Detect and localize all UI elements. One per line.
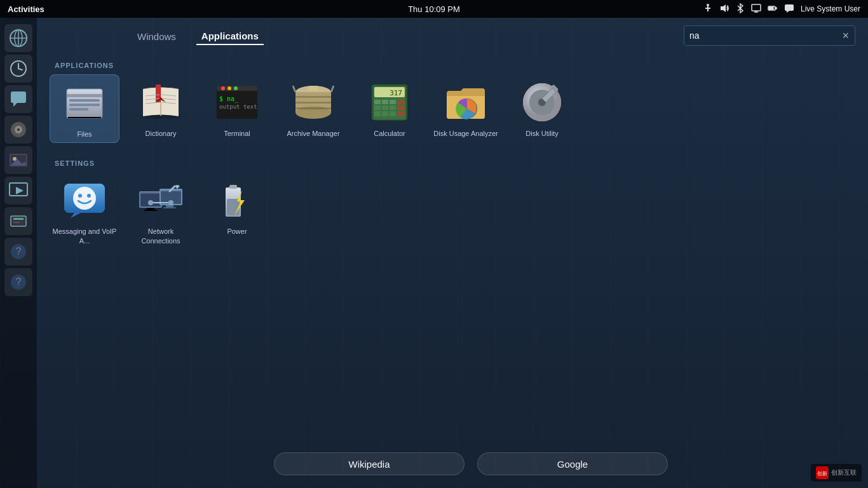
svg-point-94 — [78, 194, 82, 198]
svg-rect-81 — [374, 111, 381, 116]
main-area: ? ? ✕ Windows Applications APPLICATIONS — [0, 18, 868, 488]
svg-rect-30 — [11, 216, 26, 226]
dictionary-icon — [138, 79, 184, 125]
app-label-disk-utility: Disk Utility — [526, 129, 558, 138]
search-input[interactable] — [689, 30, 842, 41]
svg-rect-64 — [295, 102, 331, 104]
settings-grid: Messaging and VoIP A... — [50, 172, 855, 255]
svg-text:?: ? — [16, 276, 22, 287]
svg-line-18 — [18, 69, 22, 70]
svg-text:$ na_: $ na_ — [219, 95, 239, 103]
sidebar: ? ? — [0, 18, 37, 488]
svg-rect-73 — [374, 100, 381, 104]
topbar-datetime: Thu 10:09 PM — [408, 4, 460, 14]
app-label-files: Files — [77, 130, 92, 139]
svg-point-57 — [234, 86, 238, 90]
app-label-dictionary: Dictionary — [146, 129, 177, 138]
battery-icon[interactable] — [768, 3, 778, 15]
svg-rect-40 — [69, 99, 100, 102]
app-item-disk-usage[interactable]: Disk Usage Analyzer — [431, 74, 501, 143]
svg-rect-77 — [374, 105, 381, 110]
app-label-archive-manager: Archive Manager — [287, 129, 339, 138]
topbar-left: Activities — [8, 4, 44, 14]
app-item-terminal[interactable]: $ na_ output text Terminal — [202, 74, 272, 143]
terminal-icon: $ na_ output text — [214, 79, 260, 125]
volume-icon[interactable] — [719, 3, 729, 15]
app-item-files[interactable]: Files — [50, 74, 119, 143]
chat-icon[interactable] — [784, 3, 794, 15]
search-bar: ✕ — [684, 25, 855, 46]
svg-rect-109 — [166, 205, 173, 207]
activities-button[interactable]: Activities — [8, 4, 44, 14]
applications-grid: Files — [50, 74, 855, 149]
svg-rect-84 — [397, 111, 405, 116]
svg-rect-83 — [390, 111, 396, 116]
svg-rect-4 — [752, 4, 761, 11]
app-item-disk-utility[interactable]: Disk Utility — [507, 74, 577, 143]
svg-line-68 — [331, 86, 334, 92]
svg-rect-32 — [13, 222, 20, 223]
sidebar-item-chat[interactable] — [4, 85, 32, 113]
svg-text:?: ? — [16, 246, 22, 257]
app-label-messaging: Messaging and VoIP A... — [52, 227, 117, 245]
svg-rect-43 — [68, 117, 101, 118]
sidebar-item-disk[interactable] — [4, 207, 32, 235]
messaging-icon — [62, 177, 107, 223]
sidebar-item-audio[interactable] — [4, 116, 32, 144]
svg-marker-11 — [787, 11, 789, 13]
svg-point-107 — [168, 200, 173, 205]
archive-icon — [290, 79, 336, 125]
sidebar-item-screen[interactable] — [4, 177, 32, 205]
svg-rect-75 — [390, 100, 396, 104]
app-item-calculator[interactable]: 317 — [355, 74, 424, 143]
sidebar-item-unknown1[interactable]: ? — [4, 238, 32, 266]
app-label-calculator: Calculator — [374, 129, 405, 138]
app-item-network[interactable]: Network Connections — [126, 172, 196, 249]
svg-rect-78 — [382, 105, 388, 110]
tab-applications[interactable]: Applications — [196, 28, 264, 45]
search-clear-button[interactable]: ✕ — [842, 30, 850, 41]
svg-point-0 — [707, 4, 709, 6]
svg-rect-100 — [147, 208, 154, 210]
watermark: 创新 创新互联 — [811, 464, 862, 482]
sidebar-item-unknown2[interactable]: ? — [4, 268, 32, 296]
app-item-messaging[interactable]: Messaging and VoIP A... — [50, 172, 119, 249]
svg-rect-41 — [69, 104, 100, 106]
app-item-power[interactable]: Power — [202, 172, 272, 249]
svg-rect-66 — [308, 86, 318, 91]
svg-rect-65 — [295, 107, 331, 109]
svg-marker-29 — [16, 187, 24, 194]
app-label-disk-usage: Disk Usage Analyzer — [433, 129, 498, 138]
svg-text:output text: output text — [219, 104, 257, 110]
svg-point-93 — [73, 187, 96, 210]
svg-rect-82 — [382, 111, 388, 116]
google-button[interactable]: Google — [477, 452, 668, 475]
user-label[interactable]: Live System User — [801, 4, 860, 13]
wikipedia-button[interactable]: Wikipedia — [274, 452, 465, 475]
app-label-terminal: Terminal — [224, 129, 250, 138]
svg-rect-113 — [229, 185, 237, 189]
svg-rect-10 — [785, 4, 794, 11]
bluetooth-icon[interactable] — [736, 3, 745, 15]
sidebar-item-photos[interactable] — [4, 146, 32, 174]
disk-utility-icon — [519, 79, 565, 125]
svg-point-23 — [17, 128, 20, 131]
sidebar-item-clock[interactable] — [4, 55, 32, 83]
svg-rect-19 — [11, 92, 26, 103]
accessibility-icon[interactable] — [703, 3, 713, 15]
svg-rect-101 — [144, 210, 157, 211]
app-item-archive-manager[interactable]: Archive Manager — [278, 74, 348, 143]
power-settings-icon — [214, 177, 260, 223]
svg-text:创新: 创新 — [817, 471, 827, 477]
topbar: Activities Thu 10:09 PM Live System User — [0, 0, 868, 18]
display-icon[interactable] — [751, 3, 761, 15]
tab-windows[interactable]: Windows — [132, 29, 181, 44]
calculator-icon: 317 — [367, 79, 412, 125]
app-item-dictionary[interactable]: Dictionary — [126, 74, 196, 143]
svg-line-67 — [293, 86, 295, 92]
svg-point-56 — [227, 86, 231, 90]
svg-rect-39 — [67, 94, 102, 97]
sidebar-item-globe[interactable] — [4, 24, 32, 52]
svg-rect-99 — [140, 193, 161, 194]
svg-rect-79 — [390, 105, 396, 110]
